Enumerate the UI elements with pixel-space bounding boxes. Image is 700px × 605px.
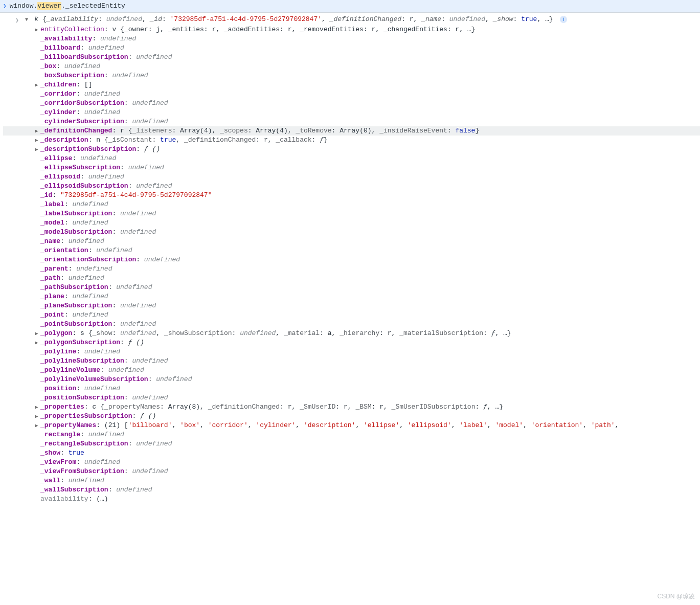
property-row[interactable]: _pathSubscription: undefined (3, 283, 700, 292)
chevron-right-icon[interactable] (34, 136, 39, 142)
chevron-right-icon[interactable] (34, 81, 39, 86)
property-value: undefined (88, 173, 124, 181)
console-result: ❮ k {_availability: undefined, _id: '732… (0, 13, 700, 506)
property-row[interactable]: _properties: c {_propertyNames: Array(8)… (3, 402, 700, 412)
property-value: undefined (108, 366, 144, 374)
property-row[interactable]: _label: undefined (3, 200, 700, 209)
property-row[interactable]: _path: undefined (3, 274, 700, 283)
property-row[interactable]: _ellipsoid: undefined (3, 172, 700, 182)
property-row[interactable]: _polygonSubscription: ƒ () (3, 338, 700, 347)
object-preview: {_availability: undefined, _id: '732985d… (42, 15, 553, 23)
spacer (34, 283, 39, 289)
property-row[interactable]: _labelSubscription: undefined (3, 209, 700, 218)
property-key: _description (40, 136, 88, 144)
property-row[interactable]: _name: undefined (3, 237, 700, 246)
property-row[interactable]: _rectangleSubscription: undefined (3, 439, 700, 449)
property-row[interactable]: _billboardSubscription: undefined (3, 53, 700, 62)
chevron-right-icon[interactable] (34, 329, 39, 335)
property-row[interactable]: _ellipsoidSubscription: undefined (3, 182, 700, 191)
property-row[interactable]: _cylinderSubscription: undefined (3, 117, 700, 126)
property-key: _polylineVolume (40, 366, 100, 374)
property-row[interactable]: _box: undefined (3, 62, 700, 71)
property-key: _ellipseSubscription (40, 164, 120, 171)
property-key: _position (40, 385, 76, 392)
spacer (34, 191, 39, 197)
property-row[interactable]: _orientation: undefined (3, 246, 700, 255)
property-row[interactable]: _propertiesSubscription: ƒ () (3, 412, 700, 421)
property-row[interactable]: _planeSubscription: undefined (3, 301, 700, 310)
property-row[interactable]: _polygon: s {_show: undefined, _showSubs… (3, 329, 700, 338)
property-row[interactable]: _availability: undefined (3, 34, 700, 43)
property-key: _corridor (40, 90, 76, 98)
property-row[interactable]: _corridorSubscription: undefined (3, 99, 700, 108)
chevron-right-icon[interactable] (34, 127, 39, 132)
property-row[interactable]: _corridor: undefined (3, 89, 700, 99)
property-row[interactable]: _ellipseSubscription: undefined (3, 163, 700, 172)
property-row[interactable]: _wall: undefined (3, 476, 700, 485)
property-row[interactable]: _orientationSubscription: undefined (3, 255, 700, 264)
property-row[interactable]: _propertyNames: (21) ['billboard', 'box'… (3, 421, 700, 430)
property-value: undefined (100, 35, 136, 42)
spacer (34, 35, 39, 40)
spacer (34, 265, 39, 271)
property-row[interactable]: _polylineSubscription: undefined (3, 356, 700, 366)
chevron-right-icon[interactable] (34, 403, 39, 409)
property-key: _polylineVolumeSubscription (40, 375, 148, 383)
property-row[interactable]: _descriptionSubscription: ƒ () (3, 145, 700, 154)
property-row[interactable]: _viewFromSubscription: undefined (3, 467, 700, 476)
property-row[interactable]: _polylineVolume: undefined (3, 366, 700, 375)
property-key: _parent (40, 265, 69, 273)
prompt-arrow-icon: ❯ (3, 2, 7, 11)
property-row[interactable]: _rectangle: undefined (3, 430, 700, 439)
result-arrow-icon: ❮ (15, 16, 19, 25)
spacer (34, 200, 39, 206)
chevron-right-icon[interactable] (34, 412, 39, 418)
property-row[interactable]: entityCollection: v {_owner: j, _entitie… (3, 25, 700, 34)
property-row[interactable]: _point: undefined (3, 310, 700, 320)
property-row[interactable]: _wallSubscription: undefined (3, 485, 700, 495)
property-row[interactable]: _model: undefined (3, 218, 700, 228)
property-key: _show (40, 449, 60, 457)
property-row[interactable]: _children: [] (3, 80, 700, 89)
spacer (34, 219, 39, 225)
property-key: _ellipsoidSubscription (40, 182, 128, 190)
property-row[interactable]: _viewFrom: undefined (3, 458, 700, 467)
chevron-right-icon[interactable] (34, 339, 39, 344)
chevron-right-icon[interactable] (34, 26, 39, 31)
property-row[interactable]: _polylineVolumeSubscription: undefined (3, 375, 700, 384)
property-row[interactable]: _polyline: undefined (3, 347, 700, 356)
spacer (34, 256, 39, 261)
object-header-row[interactable]: ❮ k {_availability: undefined, _id: '732… (3, 15, 700, 25)
property-row[interactable]: _plane: undefined (3, 292, 700, 301)
property-value: undefined (120, 302, 156, 309)
property-row[interactable]: _position: undefined (3, 384, 700, 393)
property-row[interactable]: _id: "732985df-a751-4c4d-9795-5d27970928… (3, 191, 700, 200)
spacer (34, 90, 39, 96)
property-value: undefined (84, 458, 120, 466)
property-row[interactable]: _modelSubscription: undefined (3, 228, 700, 237)
spacer (34, 495, 39, 501)
property-row[interactable]: _description: n {_isConstant: true, _def… (3, 136, 700, 145)
property-row[interactable]: _definitionChanged: r {_listeners: Array… (3, 126, 700, 136)
property-row[interactable]: _show: true (3, 449, 700, 458)
info-icon[interactable]: i (560, 16, 567, 23)
property-key: _availability (40, 35, 92, 42)
chevron-right-icon[interactable] (34, 421, 39, 427)
console-input-row[interactable]: ❯ window.viewer._selectedEntity (0, 0, 700, 13)
property-key: _ellipsoid (40, 173, 80, 181)
property-key: _rectangleSubscription (40, 440, 128, 447)
property-row[interactable]: availability: (…) (3, 495, 700, 504)
property-key: _plane (40, 293, 64, 300)
property-row[interactable]: _pointSubscription: undefined (3, 320, 700, 329)
property-row[interactable]: _parent: undefined (3, 264, 700, 274)
property-row[interactable]: _positionSubscription: undefined (3, 393, 700, 402)
property-row[interactable]: _cylinder: undefined (3, 108, 700, 117)
chevron-right-icon[interactable] (34, 145, 39, 151)
property-key: _cylinder (40, 108, 76, 116)
property-row[interactable]: _billboard: undefined (3, 43, 700, 53)
property-value: undefined (84, 348, 120, 355)
property-row[interactable]: _boxSubscription: undefined (3, 71, 700, 80)
spacer (34, 72, 39, 77)
chevron-down-icon[interactable] (24, 15, 29, 21)
property-row[interactable]: _ellipse: undefined (3, 154, 700, 163)
